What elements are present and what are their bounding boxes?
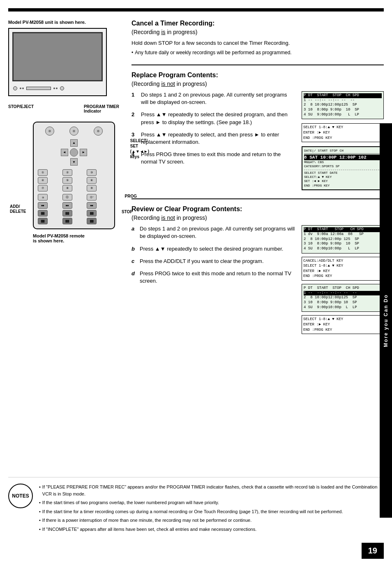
svg-point-1 [73, 130, 75, 132]
replace-underline: is not [161, 81, 175, 87]
review-lcd-header1: P DT START STOP CH SPD [304, 227, 382, 232]
replace-screen-displays: P DT START STOP CH SPD 1 -- --:-- --:-- … [302, 91, 384, 190]
step-letter-b: b [131, 245, 136, 253]
dpad-right[interactable]: ► [79, 148, 88, 157]
lcd2-info2: CATEGORY:SPORTS SP [304, 164, 381, 168]
replace-step-1: 1 Do steps 1 and 2 on previous page. All… [131, 91, 295, 106]
review-key-info1: CANCEL:ADD/DLT KEY SELECT 1-8:▲ ▼ KEY EN… [302, 257, 384, 281]
step-letter-a: a [131, 225, 136, 240]
step-text-2: Press ▲▼ repeatedly to select the desire… [141, 111, 295, 126]
dpad-left[interactable]: ◄ [60, 148, 69, 157]
lcd-row-header: P DT START STOP CH SPD [304, 93, 382, 98]
svg-point-0 [48, 130, 51, 132]
dpad-up[interactable]: ▲ [69, 138, 78, 148]
remote-icon3 [97, 129, 100, 133]
dpad-down[interactable]: ▼ [69, 157, 78, 167]
dpad-center-btn[interactable] [70, 148, 78, 157]
replace-step-4: 4 Press PROG three times to exit this mo… [131, 151, 295, 166]
remote-btn-top3[interactable] [94, 127, 103, 136]
remote-bottom-btn5[interactable]: ▓▓ [62, 210, 72, 217]
review-lcd-row1-2: 2 8 10:00p12:00p 125 SP [304, 237, 382, 242]
review-step-b: b Press ▲▼ repeatedly to select the desi… [131, 245, 295, 253]
right-column: Cancel a Timer Recording: (Recording is … [127, 20, 384, 469]
replace-step-2: 2 Press ▲▼ repeatedly to select the desi… [131, 111, 295, 126]
review-step-text-d: Press PROG twice to exit this mode and r… [140, 270, 295, 285]
review-step-d: d Press PROG twice to exit this mode and… [131, 270, 295, 285]
note-text-4: If there is a power interruption of more… [42, 517, 251, 524]
remote-top-section [38, 127, 110, 136]
review-step-a: a Do steps 1 and 2 on previous page. All… [131, 225, 295, 240]
replace-title: Replace Program Contents: [131, 71, 384, 79]
program-timer-label: PROGRAM TIMERIndicator [84, 104, 119, 113]
remote-icon1 [48, 129, 51, 133]
remote-btn-3[interactable]: ③ [87, 169, 97, 176]
remote-btn-0[interactable]: ⓪ [62, 194, 72, 201]
step-num-2: 2 [131, 111, 138, 126]
remote-btn-7[interactable]: ⑦ [38, 185, 48, 191]
remote-bottom-btn6[interactable]: ▓▓ [87, 210, 97, 217]
remote-btn-1[interactable]: ① [38, 169, 48, 176]
remote-btn-top1[interactable] [45, 127, 54, 136]
remote-btn-9[interactable]: ⑨ [87, 185, 97, 191]
lcd-row-2: 2 8 10:00p12:00p125 SP [304, 103, 382, 108]
dpad-center[interactable] [69, 148, 78, 157]
tv-labels: STOP/EJECT PROGRAM TIMERIndicator [8, 104, 119, 113]
note-bullet-4: • [39, 517, 41, 524]
note-text-2: If the start times of two programs overl… [42, 499, 219, 506]
tv-controls [12, 85, 103, 92]
cancel-bullet-text: Any future daily or weekly recordings wi… [135, 49, 292, 56]
remote-bottom-btn8[interactable]: ▓▓ [62, 218, 72, 224]
step-text-4: Press PROG three times to exit this mode… [141, 151, 295, 166]
replace-section: Replace Program Contents: (Recording is … [131, 71, 384, 190]
review-screens: P DT START STOP CH SPD 1 dv 9:00a 12:00a… [302, 225, 384, 334]
tv-small-dots [53, 88, 58, 89]
main-layout: Model PV-M2058 unit is shown here. [8, 20, 384, 469]
note-item-2: • If the start times of two programs ove… [39, 499, 384, 506]
lcd-row-3: 3 10 8:00p 9:00p 10 SP [304, 108, 382, 113]
select-set-label: SELECT/SET(▲▼◄►)keys [130, 138, 149, 159]
lcd2-info1: ΦΘΔAΤ\ CBS [304, 160, 381, 164]
page-container: Model PV-M2058 unit is shown here. [0, 0, 392, 567]
remote-btn-5[interactable]: ⑤ [62, 177, 72, 184]
lcd2-header: DATE|/ START STOP CH [304, 149, 381, 153]
remote-bottom-btn4[interactable]: ▓▓ [38, 210, 48, 217]
review-step-text-c: Press the ADD/DLT if you want to clear t… [140, 258, 295, 265]
remote-btn-4[interactable]: ④ [38, 177, 48, 184]
remote-row3: ⑩ ⓪ ⓪⁺ [38, 194, 110, 201]
remote-btn-8[interactable]: ⑧ [62, 185, 72, 191]
remote-bottom-btn3[interactable]: ■■ [87, 202, 97, 209]
notes-icon: NOTES [8, 484, 33, 508]
remote-wrapper: ▲ ◄ ► ▼ [33, 122, 119, 243]
note-item-1: • If "PLEASE PREPARE FOR TIMER REC" appe… [39, 484, 384, 497]
review-section: Review or Clear Program Contents: (Recor… [131, 205, 384, 334]
tv-tape-slot [26, 87, 51, 90]
remote-btn-2[interactable]: ② [62, 169, 72, 176]
left-arrow-btn[interactable]: ◄ [61, 149, 68, 156]
dpad: ▲ ◄ ► ▼ [60, 138, 88, 167]
review-lcd-screen1: P DT START STOP CH SPD 1 dv 9:00a 12:00a… [302, 225, 384, 253]
tv-button2 [60, 86, 64, 90]
up-arrow-btn[interactable]: ▲ [70, 139, 78, 147]
top-bar [8, 8, 384, 12]
remote-btn-top2[interactable] [69, 127, 78, 136]
remote-btn-func[interactable]: ⓪⁺ [87, 194, 97, 201]
note-bullet-2: • [39, 499, 41, 506]
remote-bottom-btn9[interactable]: ▓▓ [87, 218, 97, 224]
remote-btn-10[interactable]: ⑩ [38, 194, 48, 201]
review-lcd-row1-1: 1 dv 9:00a 12:00a 08 SP [304, 232, 382, 237]
remote-bottom-btn2[interactable]: ■■ [62, 202, 72, 209]
remote-btn-6[interactable]: ⑥ [87, 177, 97, 184]
left-column: Model PV-M2058 unit is shown here. [8, 20, 127, 469]
remote-body: ▲ ◄ ► ▼ [33, 122, 115, 229]
dpad-container: ▲ ◄ ► ▼ [38, 138, 110, 167]
tv-power-button [13, 86, 17, 90]
cancel-subtitle: (Recording is in progress) [131, 29, 384, 35]
page-number: 19 [362, 543, 384, 559]
replace-steps-list: 1 Do steps 1 and 2 on previous page. All… [131, 91, 295, 190]
down-arrow-btn[interactable]: ▼ [70, 158, 78, 166]
remote-bottom-btn1[interactable]: ■■ [38, 202, 48, 209]
lcd-row-1: 1 -- --:-- --:-- -- -- [304, 98, 382, 103]
right-arrow-btn[interactable]: ► [80, 149, 87, 156]
prog-row: ⑩ ⓪ ⓪⁺ PROG [38, 194, 110, 201]
remote-bottom-btn7[interactable]: ▓▓ [38, 218, 48, 224]
